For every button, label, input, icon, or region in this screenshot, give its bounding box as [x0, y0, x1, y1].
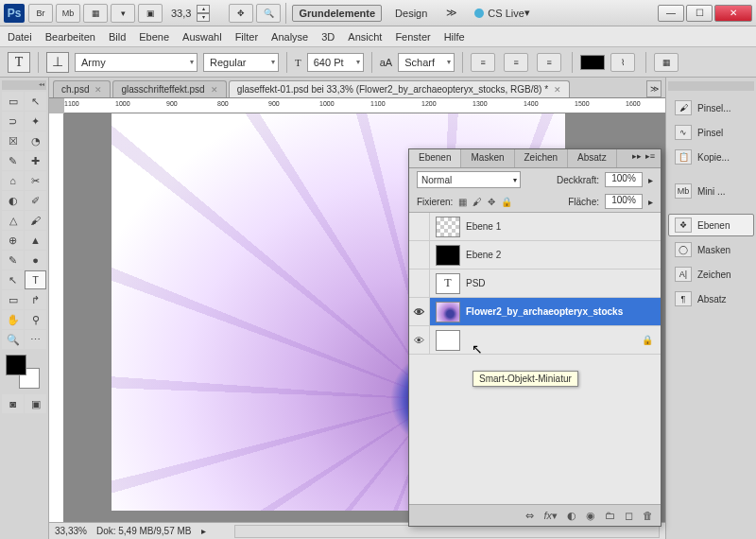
fill-input[interactable]: 100% [605, 194, 643, 209]
layer-fx-icon[interactable]: fx▾ [543, 510, 558, 522]
layer-thumbnail[interactable] [436, 245, 460, 266]
rpanel-pinsel[interactable]: 🖌Pinsel... [668, 96, 754, 119]
tool-preset-icon[interactable]: T [8, 52, 30, 73]
tab-close-icon[interactable]: ✕ [554, 85, 561, 95]
rpanel-pinsel[interactable]: ∿Pinsel [668, 121, 754, 144]
new-layer-icon[interactable]: ◻ [625, 510, 633, 522]
dock-collapse[interactable] [668, 81, 754, 91]
menu-3d[interactable]: 3D [321, 31, 335, 43]
layer-group-icon[interactable]: 🗀 [605, 510, 615, 521]
doc-tab[interactable]: glasschrifteffekt.psd✕ [112, 80, 226, 97]
font-size-dropdown[interactable]: 640 Pt [307, 53, 364, 72]
layer-row[interactable]: 👁Flower2_by_archaeopteryx_stocks [409, 298, 661, 326]
tool-25[interactable]: ⋯ [25, 330, 46, 349]
layer-row[interactable]: TPSD [409, 270, 661, 298]
hand-tool-button[interactable]: ✥ [229, 4, 253, 23]
link-layers-icon[interactable]: ⇔ [525, 510, 534, 522]
panel-tab-absatz[interactable]: Absatz [568, 149, 617, 167]
layer-name[interactable]: Ebene 1 [466, 221, 501, 232]
layer-thumbnail[interactable]: T [436, 273, 460, 294]
rpanel-absatz[interactable]: ¶Absatz [668, 287, 754, 310]
layer-name[interactable]: Ebene 2 [466, 250, 501, 260]
rpanel-mini [interactable]: MbMini ... [668, 180, 754, 202]
delete-layer-icon[interactable]: 🗑 [643, 510, 653, 521]
tool-5[interactable]: ◔ [25, 131, 46, 150]
layer-row[interactable]: 👁🔒 [409, 326, 661, 355]
view-extras-button[interactable]: ▦ [83, 4, 108, 23]
maximize-button[interactable]: ☐ [686, 5, 713, 22]
tool-4[interactable]: ☒ [2, 131, 24, 150]
visibility-toggle[interactable]: 👁 [409, 298, 430, 325]
toolbox-collapse[interactable] [2, 80, 46, 90]
tool-20[interactable]: ▭ [2, 290, 24, 309]
tool-24[interactable]: 🔍 [2, 330, 24, 349]
layer-thumbnail[interactable] [436, 330, 460, 351]
lock-position-icon[interactable]: ✥ [488, 197, 495, 207]
character-panel-button[interactable]: ▦ [654, 53, 679, 72]
warp-text-button[interactable]: ⌇ [610, 53, 635, 72]
color-swatches[interactable] [6, 355, 43, 389]
panel-menu-icon[interactable]: ▸≡ [645, 151, 655, 165]
tool-6[interactable]: ✎ [2, 151, 24, 170]
layer-thumbnail[interactable] [436, 302, 460, 322]
lock-transparent-icon[interactable]: ▦ [458, 197, 467, 207]
tool-2[interactable]: ⊃ [2, 112, 24, 130]
blend-mode-dropdown[interactable]: Normal [417, 171, 521, 188]
rpanel-masken[interactable]: ◯Masken [668, 238, 754, 261]
zoom-tool-button[interactable]: 🔍 [256, 4, 281, 23]
menu-datei[interactable]: Datei [8, 31, 32, 43]
tool-8[interactable]: ⌂ [2, 171, 24, 190]
screen-mode-button[interactable]: ▣ [138, 4, 163, 23]
zoom-value[interactable]: 33,3 [171, 8, 191, 19]
close-button[interactable]: ✕ [714, 5, 752, 22]
align-left-button[interactable]: ≡ [471, 53, 495, 72]
workspace-more[interactable]: ≫ [440, 5, 463, 21]
app-icon[interactable]: Ps [4, 4, 25, 23]
menu-auswahl[interactable]: Auswahl [182, 31, 222, 43]
rpanel-kopie[interactable]: 📋Kopie... [668, 146, 754, 168]
font-style-dropdown[interactable]: Regular [203, 53, 279, 72]
opacity-slider-icon[interactable]: ▸ [648, 175, 653, 185]
menu-ansicht[interactable]: Ansicht [348, 31, 382, 43]
fill-slider-icon[interactable]: ▸ [648, 197, 653, 207]
visibility-toggle[interactable] [409, 241, 430, 269]
opacity-input[interactable]: 100% [605, 172, 643, 187]
panel-collapse-icon[interactable]: ▸▸ [632, 151, 642, 165]
tool-13[interactable]: 🖌 [25, 211, 46, 230]
orientation-button[interactable]: ⊥ [46, 52, 69, 73]
layer-name[interactable]: Flower2_by_archaeopteryx_stocks [466, 306, 623, 317]
arrange-button[interactable]: ▾ [111, 4, 135, 23]
layer-mask-icon[interactable]: ◐ [567, 510, 576, 522]
tab-close-icon[interactable]: ✕ [94, 85, 102, 95]
quickmask-button[interactable]: ◙ [2, 394, 24, 413]
cslive-button[interactable]: CS Live ▾ [474, 7, 530, 19]
tool-17[interactable]: ● [25, 251, 46, 270]
status-zoom[interactable]: 33,33% [55, 526, 87, 536]
align-center-button[interactable]: ≡ [504, 53, 528, 72]
doc-tab[interactable]: glaseffekt-01.psd bei 33,3% (Flower2_by_… [229, 80, 570, 97]
tool-19[interactable]: T [25, 270, 46, 289]
fg-color[interactable] [6, 355, 26, 375]
align-right-button[interactable]: ≡ [537, 53, 561, 72]
menu-bild[interactable]: Bild [109, 31, 126, 43]
antialias-dropdown[interactable]: Scharf [398, 53, 455, 72]
rpanel-zeichen[interactable]: A|Zeichen [668, 263, 754, 286]
visibility-toggle[interactable] [409, 213, 430, 240]
status-arrow[interactable]: ▸ [201, 526, 206, 536]
panel-tab-zeichen[interactable]: Zeichen [515, 149, 569, 167]
visibility-toggle[interactable] [409, 270, 430, 297]
tool-7[interactable]: ✚ [25, 151, 46, 170]
tab-nav-arrow[interactable]: ≫ [646, 80, 662, 97]
tool-1[interactable]: ↖ [25, 92, 46, 111]
tool-3[interactable]: ✦ [25, 112, 46, 130]
tool-23[interactable]: ⚲ [25, 310, 46, 329]
tool-15[interactable]: ▲ [25, 231, 46, 250]
menu-fenster[interactable]: Fenster [395, 31, 430, 43]
tool-0[interactable]: ▭ [2, 92, 24, 111]
layer-row[interactable]: Ebene 1 [409, 213, 661, 241]
minibridge-button[interactable]: Mb [56, 4, 80, 23]
tool-21[interactable]: ↱ [25, 290, 46, 309]
panel-tab-ebenen[interactable]: Ebenen [409, 149, 461, 167]
menu-bearbeiten[interactable]: Bearbeiten [45, 31, 95, 43]
visibility-toggle[interactable]: 👁 [409, 326, 430, 354]
